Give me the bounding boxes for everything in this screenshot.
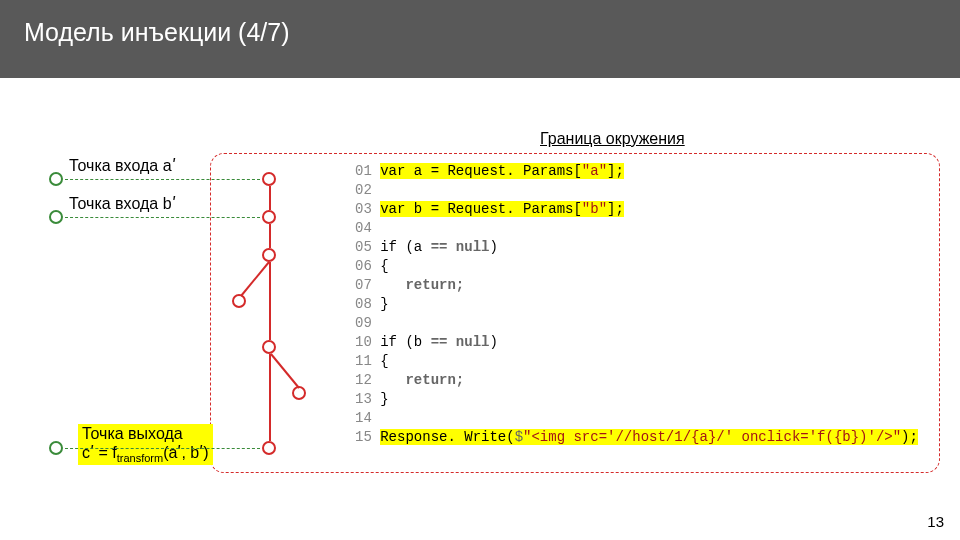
node-15 — [262, 441, 276, 455]
entry-b-label: Точка входа bʹ — [65, 193, 180, 214]
svg-line-0 — [241, 262, 269, 296]
page-number: 13 — [927, 513, 944, 530]
entry-a-node-ext — [49, 172, 63, 186]
slide-title: Модель инъекции (4/7) — [24, 18, 290, 47]
entry-b-node-ext — [49, 210, 63, 224]
exit-c-node-ext — [49, 441, 63, 455]
code-listing: 01 var a = Request. Params["a"];02 03 va… — [355, 162, 918, 447]
entry-a-edge — [65, 179, 260, 180]
exit-c-label: Точка выхода cʹ = ftransform(aʹ, bʹ) — [78, 424, 213, 465]
exit-c-line1: Точка выхода — [82, 425, 183, 442]
exit-c-pre: cʹ = f — [82, 444, 117, 461]
edge-10-15 — [269, 354, 271, 441]
node-01 — [262, 172, 276, 186]
edge-05-10 — [269, 262, 271, 340]
slide-content: Граница окружения Точка входа aʹ Точка в… — [0, 78, 960, 540]
entry-b-edge — [65, 217, 260, 218]
svg-line-1 — [271, 354, 299, 388]
exit-c-post: (aʹ, bʹ) — [163, 444, 208, 461]
edge-10-12 — [264, 348, 312, 396]
slide-header: Модель инъекции (4/7) — [0, 0, 960, 78]
edge-03-05 — [269, 224, 271, 248]
boundary-label: Граница окружения — [540, 130, 685, 148]
exit-c-sub: transform — [117, 452, 163, 464]
edge-05-07 — [232, 256, 280, 304]
exit-c-edge — [65, 448, 260, 449]
node-03 — [262, 210, 276, 224]
entry-a-label: Точка входа aʹ — [65, 155, 180, 176]
edge-01-03 — [269, 186, 271, 210]
